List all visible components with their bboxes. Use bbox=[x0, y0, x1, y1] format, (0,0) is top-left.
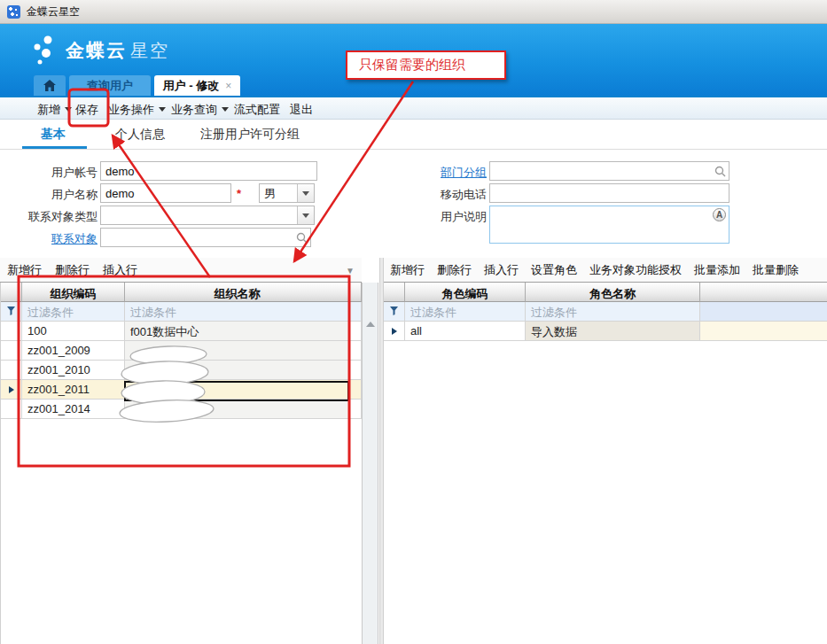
new-button[interactable]: 新增 bbox=[37, 102, 72, 117]
org-grid-toolbar: 新增行 删除行 插入行 ▼ bbox=[0, 258, 362, 283]
org-name-filter-input[interactable]: 过滤条件 bbox=[125, 302, 350, 322]
org-code-filter-input[interactable]: 过滤条件 bbox=[22, 302, 125, 322]
chevron-down-icon bbox=[159, 107, 166, 112]
row-filler-cell bbox=[350, 361, 362, 380]
business-ops-button[interactable]: 业务操作 bbox=[108, 102, 166, 117]
org-code-cell[interactable]: zz001_2009 bbox=[22, 341, 125, 361]
business-query-button[interactable]: 业务查询 bbox=[171, 102, 229, 117]
search-icon[interactable] bbox=[714, 166, 726, 177]
logo-text-main: 金蝶云 bbox=[66, 38, 127, 63]
dept-group-link[interactable]: 部门分组 bbox=[398, 165, 487, 181]
role-code-cell[interactable]: all bbox=[405, 322, 526, 341]
required-asterisk: * bbox=[237, 187, 241, 200]
tab-query-user[interactable]: 查询用户 bbox=[69, 75, 151, 96]
org-name-header[interactable]: 组织名称 bbox=[125, 283, 350, 302]
org-code-cell[interactable]: zz001_2014 bbox=[22, 400, 125, 419]
role-add-row-button[interactable]: 新增行 bbox=[390, 262, 425, 278]
filter-icon bbox=[7, 306, 15, 315]
logo-text-sub: 星空 bbox=[130, 39, 169, 63]
window-title: 金蝶云星空 bbox=[27, 4, 80, 19]
tab-license-group[interactable]: 注册用户许可分组 bbox=[200, 127, 300, 143]
business-ops-label: 业务操作 bbox=[108, 102, 154, 118]
user-account-field[interactable] bbox=[100, 161, 317, 181]
save-button[interactable]: 保存 bbox=[75, 102, 98, 117]
user-desc-textarea[interactable]: A bbox=[489, 206, 729, 244]
basic-form: 用户帐号 用户名称 * 男 联系对象类型 联系对象 部门分组 移动电话 用户说明 bbox=[0, 150, 827, 258]
app-icon bbox=[7, 5, 20, 19]
set-role-button[interactable]: 设置角色 bbox=[531, 262, 577, 278]
role-name-filter-input[interactable]: 过滤条件 bbox=[526, 302, 700, 322]
org-row[interactable]: 100 f001数据中心 bbox=[1, 322, 362, 341]
row-indicator-cell bbox=[1, 400, 22, 419]
org-row[interactable]: zz001_2010 bbox=[1, 361, 362, 380]
org-code-cell[interactable]: zz001_2010 bbox=[22, 361, 125, 380]
exit-button[interactable]: 退出 bbox=[290, 102, 313, 117]
chevron-down-icon bbox=[222, 107, 229, 112]
close-icon[interactable]: × bbox=[225, 80, 231, 92]
role-grid: 角色编码 角色名称 过滤条件 过滤条件 all 导入数据 bbox=[384, 283, 827, 644]
batch-add-button[interactable]: 批量添加 bbox=[694, 262, 740, 278]
org-grid-scrollbar[interactable] bbox=[362, 283, 378, 644]
main-toolbar: 新增 保存 业务操作 业务查询 流式配置 退出 bbox=[0, 96, 827, 120]
new-button-label: 新增 bbox=[37, 102, 60, 118]
header-indicator-cell bbox=[384, 283, 405, 302]
dept-group-field[interactable] bbox=[489, 161, 729, 181]
org-name-cell[interactable]: f001数据中心 bbox=[125, 322, 350, 341]
home-icon bbox=[43, 80, 56, 91]
tab-personal-info[interactable]: 个人信息 bbox=[115, 127, 165, 143]
org-name-cell-redacted[interactable] bbox=[125, 400, 350, 419]
org-add-row-button[interactable]: 新增行 bbox=[7, 262, 42, 278]
role-row[interactable]: all 导入数据 bbox=[384, 322, 827, 341]
role-insert-row-button[interactable]: 插入行 bbox=[484, 262, 519, 278]
filter-filler-cell bbox=[700, 302, 827, 322]
org-row[interactable]: zz001_2009 bbox=[1, 341, 362, 361]
org-delete-row-button[interactable]: 删除行 bbox=[55, 262, 90, 278]
org-row[interactable]: zz001_2014 bbox=[1, 400, 362, 419]
role-code-filter-input[interactable]: 过滤条件 bbox=[405, 302, 526, 322]
role-delete-row-button[interactable]: 删除行 bbox=[437, 262, 472, 278]
scroll-up-icon[interactable] bbox=[366, 322, 375, 327]
select-dropdown-button[interactable] bbox=[297, 184, 314, 202]
chevron-down-icon bbox=[65, 107, 72, 112]
role-grid-header: 角色编码 角色名称 bbox=[384, 283, 827, 302]
org-name-cell-redacted[interactable] bbox=[125, 380, 350, 400]
org-insert-row-button[interactable]: 插入行 bbox=[103, 262, 137, 278]
object-auth-button[interactable]: 业务对象功能授权 bbox=[589, 262, 682, 278]
mobile-label: 移动电话 bbox=[398, 187, 487, 203]
gender-select[interactable]: 男 bbox=[259, 183, 315, 203]
search-icon[interactable] bbox=[296, 232, 308, 244]
tab-user-edit[interactable]: 用户 - 修改 × bbox=[154, 75, 240, 96]
contact-object-link[interactable]: 联系对象 bbox=[9, 231, 98, 247]
auto-text-icon[interactable]: A bbox=[713, 208, 726, 221]
role-name-cell[interactable]: 导入数据 bbox=[526, 322, 700, 341]
window-tabstrip: 查询用户 用户 - 修改 × bbox=[34, 74, 240, 96]
header-filler-cell bbox=[350, 283, 362, 302]
role-code-header[interactable]: 角色编码 bbox=[405, 283, 526, 302]
select-dropdown-button[interactable] bbox=[297, 206, 314, 224]
org-name-cell-redacted[interactable] bbox=[125, 361, 350, 380]
contact-object-field[interactable] bbox=[100, 228, 311, 247]
contact-type-select[interactable] bbox=[100, 206, 315, 225]
flow-config-button[interactable]: 流式配置 bbox=[234, 102, 280, 117]
row-indicator-icon bbox=[9, 386, 14, 393]
grid-options-icon[interactable]: ▼ bbox=[346, 266, 355, 275]
org-code-cell[interactable]: zz001_2011 bbox=[22, 380, 125, 400]
row-indicator-icon bbox=[392, 328, 397, 335]
row-indicator-cell bbox=[1, 322, 22, 341]
row-filler-cell bbox=[700, 322, 827, 341]
tab-query-user-label: 查询用户 bbox=[87, 78, 133, 94]
batch-delete-button[interactable]: 批量删除 bbox=[753, 262, 799, 278]
role-name-header[interactable]: 角色名称 bbox=[526, 283, 700, 302]
org-row-selected[interactable]: zz001_2011 bbox=[1, 380, 362, 400]
org-code-header[interactable]: 组织编码 bbox=[22, 283, 125, 302]
mobile-field[interactable] bbox=[489, 183, 729, 203]
tab-home[interactable] bbox=[34, 75, 66, 96]
row-indicator-cell bbox=[1, 361, 22, 380]
org-name-cell-redacted[interactable] bbox=[125, 341, 350, 361]
org-code-cell[interactable]: 100 bbox=[22, 322, 125, 341]
org-grid: 组织编码 组织名称 过滤条件 过滤条件 100 f001数据中心 bbox=[0, 283, 362, 644]
row-filler-cell bbox=[350, 380, 362, 400]
tab-basic[interactable]: 基本 bbox=[41, 127, 66, 143]
user-name-label: 用户名称 bbox=[9, 187, 98, 203]
user-name-field[interactable] bbox=[100, 183, 231, 203]
